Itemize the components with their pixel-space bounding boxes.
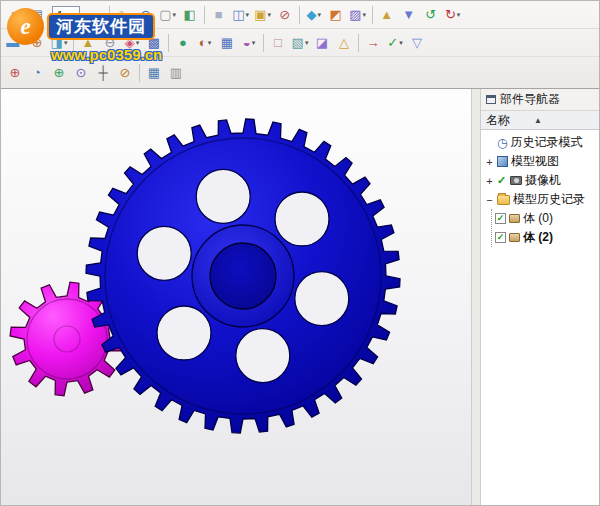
toolbar-icon[interactable]: ▦ bbox=[216, 33, 238, 53]
gear-hole bbox=[275, 192, 329, 246]
toolbar-icon[interactable]: ⊕ bbox=[4, 63, 26, 83]
toolbar-separator bbox=[372, 6, 373, 24]
tree-item-label: 历史记录模式 bbox=[510, 134, 582, 151]
solid-body-icon bbox=[509, 214, 520, 223]
panel-title: 部件导航器 bbox=[500, 91, 560, 108]
expand-icon[interactable]: + bbox=[485, 156, 494, 168]
site-logo-icon: e bbox=[7, 8, 44, 45]
watermark-site-url: www.pc0359.cn bbox=[51, 46, 162, 63]
toolbar-icon[interactable]: ↻▾ bbox=[442, 5, 464, 25]
navigator-tree: ◷ 历史记录模式 + 模型视图 + ✓ 摄像机 − 模型历史记录 bbox=[481, 130, 600, 506]
model-view-icon bbox=[497, 156, 508, 167]
toolbar-icon[interactable]: ↺ bbox=[420, 5, 442, 25]
toolbar-icon[interactable]: ▧▾ bbox=[289, 33, 311, 53]
toolbar-icon[interactable]: ▥ bbox=[165, 63, 187, 83]
toolbar-icon[interactable]: ◪ bbox=[311, 33, 333, 53]
gear-hole bbox=[295, 272, 349, 326]
toolbar-icon[interactable]: ┼ bbox=[92, 63, 114, 83]
expand-icon[interactable]: + bbox=[485, 175, 494, 187]
checkbox-checked[interactable]: ✓ bbox=[495, 232, 506, 243]
cad-application-window: ▾▤1▾▱▾◇▾⊙▢▾◧■◫▾▣▾⊘◆▾◩▨▾▲▼↺↻▾ ▬▾⊕◨▾▲⊖◈▾▩●… bbox=[0, 0, 600, 506]
toolbar-icon[interactable]: ⊘ bbox=[274, 5, 296, 25]
toolbar-icon[interactable]: ◐▾ bbox=[194, 33, 216, 53]
toolbar-icon[interactable]: ⊘ bbox=[114, 63, 136, 83]
tree-item-label: 体 (0) bbox=[523, 210, 553, 227]
panel-header: 部件导航器 bbox=[481, 89, 600, 111]
tree-item-body-2[interactable]: ✓ 体 (2) bbox=[492, 228, 600, 247]
toolbar-icon[interactable]: ▦ bbox=[143, 63, 165, 83]
watermark-site-name: 河东软件园 bbox=[47, 13, 155, 40]
collapse-icon[interactable]: − bbox=[485, 194, 494, 206]
toolbar-icon[interactable]: ▽ bbox=[406, 33, 428, 53]
toolbar-icon[interactable]: ■ bbox=[208, 5, 230, 25]
toolbar-icon[interactable]: ✓▾ bbox=[384, 33, 406, 53]
tree-item-label: 摄像机 bbox=[525, 172, 561, 189]
toolbar-icon[interactable]: ◔ bbox=[26, 63, 48, 83]
toolbar-separator bbox=[358, 34, 359, 52]
toolbar-icon[interactable]: ◫▾ bbox=[230, 5, 252, 25]
tree-item-model-views[interactable]: + 模型视图 bbox=[481, 152, 600, 171]
toolbar-icon[interactable]: ⊕ bbox=[48, 63, 70, 83]
toolbar-icon[interactable]: □ bbox=[267, 33, 289, 53]
check-icon: ✓ bbox=[497, 174, 507, 187]
column-header-name[interactable]: 名称 ▲ bbox=[481, 111, 600, 130]
gear-hole bbox=[137, 226, 191, 280]
solid-body-icon bbox=[509, 233, 520, 242]
history-clock-icon: ◷ bbox=[497, 136, 507, 150]
part-navigator-panel: 部件导航器 名称 ▲ ◷ 历史记录模式 + 模型视图 + ✓ 摄像机 bbox=[481, 89, 600, 506]
toolbar-icon[interactable]: ◆▾ bbox=[303, 5, 325, 25]
toolbar-icon[interactable]: △ bbox=[333, 33, 355, 53]
folder-icon bbox=[497, 195, 510, 205]
toolbar-icon[interactable]: ◒▾ bbox=[238, 33, 260, 53]
column-header-label: 名称 bbox=[486, 112, 510, 129]
tree-item-label: 模型历史记录 bbox=[513, 191, 585, 208]
toolbar-separator bbox=[204, 6, 205, 24]
gears-canvas[interactable] bbox=[1, 89, 471, 506]
large-gear[interactable] bbox=[86, 119, 400, 433]
camera-icon bbox=[510, 176, 522, 185]
checkbox-checked[interactable]: ✓ bbox=[495, 213, 506, 224]
3d-viewport[interactable] bbox=[1, 89, 471, 506]
toolbar-separator bbox=[168, 34, 169, 52]
tree-item-cameras[interactable]: + ✓ 摄像机 bbox=[481, 171, 600, 190]
toolbar-icon[interactable]: ◧ bbox=[179, 5, 201, 25]
tree-item-body-0[interactable]: ✓ 体 (0) bbox=[492, 209, 600, 228]
tree-item-label: 模型视图 bbox=[511, 153, 559, 170]
watermark: e 河东软件园 www.pc0359.cn bbox=[7, 8, 162, 63]
sort-ascending-icon: ▲ bbox=[534, 116, 542, 125]
gear-hole bbox=[157, 306, 211, 360]
tree-item-model-history[interactable]: − 模型历史记录 bbox=[481, 190, 600, 209]
toolbar-icon[interactable]: ⊙ bbox=[70, 63, 92, 83]
viewport-scrollbar[interactable] bbox=[471, 89, 481, 506]
tree-item-label: 体 (2) bbox=[523, 229, 553, 246]
gear-hole bbox=[236, 329, 290, 383]
toolbar-separator bbox=[299, 6, 300, 24]
toolbar-icon[interactable]: → bbox=[362, 33, 384, 53]
toolbar-icon[interactable]: ◩ bbox=[325, 5, 347, 25]
toolbar-icon[interactable]: ● bbox=[172, 33, 194, 53]
toolbar-icon[interactable]: ▣▾ bbox=[252, 5, 274, 25]
navigator-window-icon bbox=[486, 95, 496, 104]
toolbar-icon[interactable]: ▨▾ bbox=[347, 5, 369, 25]
gear-hole bbox=[196, 169, 250, 223]
model-history-children: ✓ 体 (0) ✓ 体 (2) bbox=[491, 209, 600, 247]
toolbar-icon[interactable]: ▲ bbox=[376, 5, 398, 25]
toolbar-icon[interactable]: ▼ bbox=[398, 5, 420, 25]
tree-item-history-mode[interactable]: ◷ 历史记录模式 bbox=[481, 133, 600, 152]
toolbar-separator bbox=[139, 64, 140, 82]
toolbar-separator bbox=[263, 34, 264, 52]
